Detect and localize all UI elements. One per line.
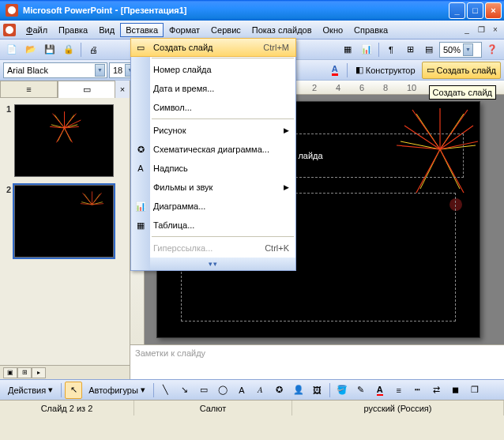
powerpoint-icon	[6, 4, 18, 17]
status-language[interactable]: русский (Россия)	[292, 401, 504, 416]
close-panel-button[interactable]: ×	[115, 81, 130, 98]
fill-color-button[interactable]: 🪣	[333, 382, 351, 399]
menu-edit[interactable]: Правка	[53, 23, 93, 37]
maximize-button[interactable]: □	[467, 2, 483, 19]
autoshapes-button[interactable]: Автофигуры ▾	[84, 382, 150, 399]
grid-button[interactable]: ⊞	[401, 41, 419, 58]
normal-view-button[interactable]: ▣	[3, 367, 17, 378]
3d-button[interactable]: ❒	[466, 382, 483, 399]
arrow-button[interactable]: ↘	[176, 382, 194, 399]
sorter-view-button[interactable]: ⊞	[17, 367, 32, 378]
window-title: Microsoft PowerPoint - [Презентация1]	[21, 5, 447, 16]
chart-icon: 📊	[134, 200, 147, 212]
thumbnail-item[interactable]: 1	[3, 104, 126, 177]
menu-item-movies-sound[interactable]: Фильмы и звук▶	[131, 178, 295, 197]
expand-menu-button[interactable]: ▾▾	[131, 258, 295, 270]
select-button[interactable]: ↖	[65, 382, 82, 399]
font-combo[interactable]: Arial Black▼	[3, 62, 107, 78]
print-button[interactable]: 🖨	[85, 41, 102, 58]
menu-item-date-time[interactable]: Дата и время...	[131, 79, 295, 98]
menu-item-table[interactable]: ▦ Таблица...	[131, 216, 295, 235]
menu-item-picture[interactable]: Рисунок▶	[131, 121, 295, 140]
slides-panel: ≡ ▭ × 1 2 ▣ ⊞ ▸	[0, 81, 130, 379]
menu-insert[interactable]: Вставка	[120, 23, 164, 37]
menu-item-textbox[interactable]: A Надпись	[131, 159, 295, 178]
chevron-right-icon: ▶	[284, 183, 289, 191]
diagram-icon: ✪	[134, 143, 147, 156]
menu-item-hyperlink: Гиперссылка...Ctrl+K	[131, 239, 295, 258]
show-formatting-button[interactable]: ¶	[382, 41, 400, 58]
mdi-restore-icon[interactable]: ❐	[475, 24, 487, 36]
line-color-button[interactable]: ✎	[352, 382, 370, 399]
line-style-button[interactable]: ≡	[390, 382, 408, 399]
textbox-icon: A	[134, 162, 147, 175]
view-buttons: ▣ ⊞ ▸	[0, 365, 130, 379]
design-icon: ◧	[355, 65, 363, 75]
rectangle-button[interactable]: ▭	[195, 382, 213, 399]
font-color-button[interactable]: A	[326, 62, 344, 79]
insert-picture-button[interactable]: 🖼	[309, 382, 326, 399]
menu-item-diagram[interactable]: ✪ Схематическая диаграмма...	[131, 140, 295, 159]
actions-button[interactable]: Действия ▾	[3, 382, 58, 399]
table-icon: ▦	[134, 219, 147, 231]
menu-view[interactable]: Вид	[93, 23, 120, 37]
slides-icon: ▭	[83, 85, 91, 95]
slide-number: 2	[3, 185, 14, 258]
new-slide-icon: ▭	[134, 41, 147, 54]
slides-tab[interactable]: ▭	[58, 81, 115, 98]
arrow-style-button[interactable]: ⇄	[428, 382, 446, 399]
slide-number: 1	[3, 104, 14, 177]
insert-menu-dropdown: ▭ Создать слайдCtrl+M Номер слайда Дата …	[130, 38, 296, 271]
app-icon	[3, 24, 16, 36]
status-bar: Слайд 2 из 2 Салют русский (Россия)	[0, 400, 504, 416]
dash-style-button[interactable]: ┅	[409, 382, 427, 399]
menu-window[interactable]: Окно	[318, 23, 349, 37]
chevron-down-icon[interactable]: ▼	[463, 43, 473, 56]
menu-slideshow[interactable]: Показ слайдов	[246, 23, 318, 37]
textbox-button[interactable]: A	[233, 382, 250, 399]
new-slide-button[interactable]: ▭ Создать слайд	[422, 62, 501, 79]
slideshow-view-button[interactable]: ▸	[32, 367, 46, 378]
open-button[interactable]: 📂	[22, 41, 39, 58]
mdi-close-icon[interactable]: ×	[489, 24, 502, 36]
menu-item-new-slide[interactable]: ▭ Создать слайдCtrl+M	[130, 38, 296, 57]
minimize-button[interactable]: _	[449, 2, 465, 19]
designer-button[interactable]: ◧ Конструктор	[351, 62, 420, 79]
tooltip: Создать слайд	[429, 85, 496, 100]
line-button[interactable]: ╲	[157, 382, 175, 399]
thumbnail-item[interactable]: 2	[3, 185, 126, 258]
menu-item-chart[interactable]: 📊 Диаграмма...	[131, 197, 295, 216]
save-button[interactable]: 💾	[41, 41, 58, 58]
permission-button[interactable]: 🔒	[60, 41, 77, 58]
menu-item-slide-number[interactable]: Номер слайда	[131, 60, 295, 79]
menu-file[interactable]: Файл	[21, 23, 53, 37]
font-color-button[interactable]: A	[371, 382, 389, 399]
notes-pane[interactable]: Заметки к слайду	[130, 344, 504, 379]
outline-tab[interactable]: ≡	[0, 81, 58, 98]
outline-icon: ≡	[26, 85, 31, 94]
shadow-button[interactable]: ◼	[447, 382, 465, 399]
chart-button[interactable]: 📊	[358, 41, 375, 58]
menu-format[interactable]: Формат	[164, 23, 205, 37]
oval-button[interactable]: ◯	[214, 382, 231, 399]
menu-item-symbol[interactable]: Символ...	[131, 98, 295, 117]
clipart-button[interactable]: 👤	[290, 382, 307, 399]
table-button[interactable]: ▦	[339, 41, 356, 58]
slide-thumbnail-2[interactable]	[14, 185, 114, 258]
chevron-down-icon[interactable]: ▼	[95, 64, 105, 77]
drawing-toolbar: Действия ▾ ↖ Автофигуры ▾ ╲ ↘ ▭ ◯ A 𝐴 ✪ …	[0, 379, 504, 400]
new-button[interactable]: 📄	[3, 41, 21, 58]
menu-tools[interactable]: Сервис	[205, 23, 246, 37]
slide-thumbnail-1[interactable]	[14, 104, 114, 177]
help-button[interactable]: ❓	[483, 41, 501, 58]
title-bar: Microsoft PowerPoint - [Презентация1] _ …	[0, 0, 504, 21]
mdi-minimize-icon[interactable]: _	[461, 24, 473, 36]
menu-help[interactable]: Справка	[348, 23, 393, 37]
panel-tabs: ≡ ▭ ×	[0, 81, 130, 98]
close-button[interactable]: ×	[485, 2, 502, 19]
chevron-right-icon: ▶	[284, 126, 289, 134]
wordart-button[interactable]: 𝐴	[252, 382, 269, 399]
insert-diagram-button[interactable]: ✪	[271, 382, 288, 399]
zoom-combo[interactable]: 50%▼	[439, 42, 482, 58]
color-button[interactable]: ▤	[420, 41, 438, 58]
